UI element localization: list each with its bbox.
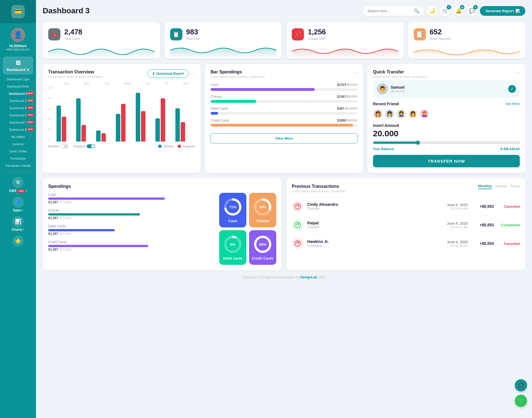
more-options-button[interactable]: ··· <box>353 70 357 75</box>
bar-group-sun <box>57 106 76 142</box>
friend-avatar[interactable]: 👩 <box>373 109 383 119</box>
new-badge: New <box>27 120 34 124</box>
trans-status: Canceled <box>498 204 520 209</box>
notification-btn[interactable]: 🔔 12 <box>453 6 464 16</box>
sidebar-item-apps[interactable]: 🔷 Apps › <box>0 194 36 213</box>
moon-icon: 🌙 <box>429 8 435 14</box>
dashboard-icon: ⊞ <box>16 59 21 66</box>
amount-slider[interactable] <box>373 140 520 145</box>
download-report-button[interactable]: ⬇ Download Report <box>147 70 189 78</box>
day-wed: Wed <box>124 82 130 85</box>
sidebar-item-transaction[interactable]: Transaction <box>0 155 36 162</box>
sidebar-item-dashboard6[interactable]: Dashboard 6 New <box>0 112 36 119</box>
support-float-btn[interactable]: 🎧 <box>515 379 527 391</box>
donut-svg-debit: 5% <box>223 235 242 254</box>
trans-date: June 4, 2020 <box>447 221 468 225</box>
friend-avatar[interactable]: 👧 <box>385 109 395 119</box>
footer: Copyright © Designed & Developed by Dexi… <box>43 275 525 279</box>
tab-weekly[interactable]: Weekly <box>495 184 507 189</box>
sidebar-item-cms[interactable]: ⚙ CMS New › <box>0 174 36 194</box>
bar-expense <box>161 98 165 142</box>
more-options-button[interactable]: ··· <box>191 71 195 77</box>
nav-label: Cards Center <box>9 150 27 153</box>
day-tue: Tue <box>104 82 110 85</box>
transfer-now-button[interactable]: TRANSFER NOW <box>373 155 520 167</box>
cart-btn[interactable]: 🛒 2 <box>440 6 451 16</box>
sidebar-item-wallet[interactable]: My Wallet <box>0 133 36 140</box>
sidebar-item-invoices[interactable]: Invoices <box>0 140 36 148</box>
bar-expense <box>181 122 185 142</box>
sidebar-item-cards[interactable]: Cards Center <box>0 148 36 155</box>
card-header: Bar Spendings Lorem ipsum dolor sit amet… <box>211 70 357 78</box>
sidebar-item-dashboard8[interactable]: Dashboard 8 New <box>0 126 36 133</box>
sidebar-item-dashboard-light[interactable]: Dashboard Light <box>0 76 36 83</box>
donut-svg-cash: 71% <box>223 197 242 217</box>
cart-float-btn[interactable]: 🛒 <box>515 395 527 407</box>
generate-report-button[interactable]: Generate Report 📊 <box>480 6 525 16</box>
spending-amount: $3890 /$4000 <box>337 119 357 122</box>
analytics-toggle-pill[interactable] <box>87 144 95 148</box>
transaction-overview-card: Transaction Overview Lorem ipsum dolor s… <box>43 64 201 173</box>
bell-badge: 12 <box>460 5 464 9</box>
donut-svg-credit: 96% <box>253 235 272 254</box>
sidebar-item-dashboard4[interactable]: Dashboard 4 New <box>0 97 36 104</box>
svg-point-12 <box>295 204 300 209</box>
trans-time: 05:34:45 AM <box>447 225 468 229</box>
sidebar-item-dashboard5[interactable]: Dashboard 5 New <box>0 104 36 112</box>
item-bar <box>48 229 115 231</box>
chart-bars-wrap: 100 80 60 40 20 0 <box>48 86 195 142</box>
tab-monthly[interactable]: Monthly <box>478 184 492 189</box>
bar-income <box>155 118 160 142</box>
cms-label: CMS <box>9 189 16 193</box>
trans-amount: +$5,553 <box>474 223 494 227</box>
dashboard-main-btn[interactable]: ⊞ Dashboard ∨ <box>3 57 33 75</box>
svg-text:30%: 30% <box>259 205 266 209</box>
sidebar-item-dashboard3[interactable]: Dashboard 3 New <box>0 90 36 97</box>
floating-buttons: 🎧 🛒 <box>515 379 527 407</box>
more-options-button[interactable]: ··· <box>516 70 520 75</box>
headset-icon: 🎧 <box>518 382 525 389</box>
donut-label-debit: Debit cards <box>223 256 243 260</box>
sidebar-item-charts[interactable]: 📊 Charts › <box>0 213 36 233</box>
nav-label: Transaction <box>10 157 26 160</box>
main-content: Dashboard 3 🔍 🌙 🛒 2 🔔 12 💬 5 Gen <box>36 0 532 418</box>
sidebar-item-favorite[interactable]: ⭐ <box>0 233 36 248</box>
see-more-link[interactable]: See More <box>505 102 520 106</box>
transaction-item: Hawkins Jr. Cashback June 4, 2020 05:34:… <box>292 234 520 253</box>
theme-toggle-btn[interactable]: 🌙 <box>427 6 437 16</box>
trans-date-wrap: June 5, 2020 05:34:45 AM <box>447 203 468 210</box>
stat-icon: 🔖 <box>48 28 60 40</box>
sidebar-item-dashboard7[interactable]: Dashboard 7 New <box>0 119 36 126</box>
view-more-button[interactable]: View More <box>211 133 357 143</box>
nav-label: My Wallet <box>11 135 25 139</box>
friend-avatar[interactable]: 👩 <box>408 109 418 119</box>
charts-label: Charts › <box>12 228 24 232</box>
sidebar-item-dashboard-dark[interactable]: Dashboard Dark <box>0 83 36 90</box>
refresh-icon <box>295 203 301 209</box>
prev-trans-header: Previous Transactions Lorem ipsum dolor … <box>292 184 520 193</box>
bar-group-fri <box>155 98 175 142</box>
charts-icon: 📊 <box>12 216 24 227</box>
trans-info: Paipal Transfer <box>307 221 443 229</box>
search-input[interactable] <box>367 9 412 13</box>
spending-bar-bg <box>211 112 357 115</box>
messages-btn[interactable]: 💬 5 <box>467 6 477 16</box>
number-toggle-pill[interactable] <box>60 144 68 148</box>
stat-card-top: 📌 1,256 Unpaid EMI <box>292 28 398 41</box>
stat-label: Unpaid EMI <box>308 37 326 41</box>
trans-name: Cindy Alexandro <box>307 202 443 207</box>
friend-avatar[interactable]: 👩‍🦰 <box>420 109 429 119</box>
trans-icon <box>292 201 303 212</box>
number-toggle: Number <box>48 144 68 148</box>
sidebar-item-transaction-details[interactable]: Transaction Details <box>0 162 36 169</box>
spending-row-cash: Cash $1415 /$2000 <box>211 83 357 91</box>
tab-today[interactable]: Today <box>510 184 520 189</box>
msg-badge: 5 <box>473 5 478 9</box>
logo-icon: 💳 <box>11 5 25 18</box>
trans-type: Transfer <box>307 207 443 211</box>
friend-avatar[interactable]: 👩‍🦱 <box>396 109 406 119</box>
balance-label: Your Balance <box>373 147 394 151</box>
search-box[interactable]: 🔍 <box>363 6 424 16</box>
bar-income <box>57 106 61 142</box>
footer-year: 2023 <box>318 275 326 279</box>
